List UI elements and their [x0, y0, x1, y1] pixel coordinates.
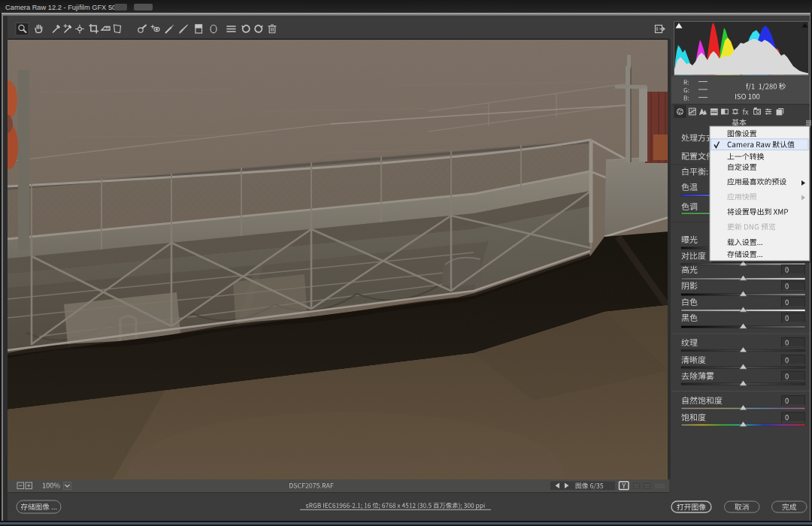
svg-text:Camera Raw 12.2 - Fujifilm GF: Camera Raw 12.2 - Fujifilm GFX 50R: [5, 4, 121, 11]
